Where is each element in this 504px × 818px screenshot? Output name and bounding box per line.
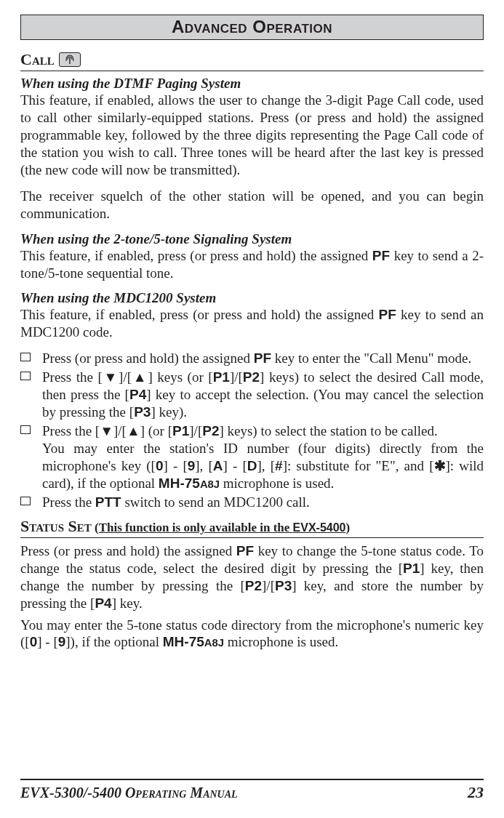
divider [20, 537, 484, 538]
text: ]/[ [262, 578, 275, 593]
model-range: EVX-5300/-5400 [20, 785, 125, 801]
up-arrow-icon: ▲ [132, 369, 148, 385]
p2-key-label: P2 [243, 369, 260, 385]
text: ] - [ [163, 458, 187, 473]
text: ]/[ [119, 369, 132, 385]
text: microphone is used. [224, 634, 338, 649]
text: ] keys) to select the station to be call… [219, 423, 437, 438]
key-9: 9 [188, 458, 196, 473]
mh-75-label: MH-75A8J [159, 476, 220, 491]
text: Press the [ [42, 423, 100, 438]
p1-key-label: P1 [403, 561, 420, 576]
p1-key-label: P1 [213, 369, 230, 385]
pf-key-label: PF [379, 307, 396, 322]
status-paragraph-2: You may enter the 5-tone status code dir… [20, 617, 484, 651]
section-banner: Advanced Operation [20, 15, 484, 40]
call-heading: Call [20, 50, 484, 69]
text: ]/[ [189, 423, 202, 438]
up-arrow-icon: ▲ [127, 423, 140, 438]
call-label: Call [20, 50, 55, 69]
tone-paragraph: This feature, if enabled, press (or pres… [20, 247, 484, 282]
text: ] key. [112, 596, 143, 611]
page: Advanced Operation Call When using the D… [0, 0, 504, 818]
dtmf-paragraph-2: The receiver squelch of the other statio… [20, 188, 484, 222]
checkbox-icon [20, 353, 31, 361]
text: key to enter the "Call Menu" mode. [271, 350, 471, 366]
text: This function is only available in the [99, 521, 293, 534]
status-title: Status Set [20, 517, 92, 535]
p2-key-label: P2 [202, 423, 219, 438]
model-label: EVX-5400 [293, 521, 346, 534]
text: This feature, if enabled, press (or pres… [20, 307, 379, 322]
pf-key-label: PF [236, 543, 254, 558]
key-9: 9 [58, 634, 66, 649]
manual-label: Operating Manual [125, 785, 238, 801]
text: ]), if the optional [65, 634, 163, 649]
text: This feature, if enabled, press (or pres… [20, 248, 372, 263]
checkbox-icon [20, 497, 31, 505]
p1-key-label: P1 [172, 423, 189, 438]
antenna-icon [59, 52, 81, 67]
key-0: 0 [30, 634, 38, 649]
page-footer: EVX-5300/-5400 Operating Manual 23 [20, 779, 484, 802]
text: ( [92, 521, 99, 534]
list-item: Press the [▼]/[▲] (or [P1]/[P2] keys) to… [20, 422, 484, 492]
down-arrow-icon: ▼ [100, 423, 113, 438]
p3-key-label: P3 [275, 578, 292, 593]
text: ] - [ [223, 458, 247, 473]
text: ]: substitute for "E", and [ [283, 458, 434, 473]
text: Press (or press and hold) the assigned [42, 350, 254, 366]
text: Press the [ [42, 369, 103, 385]
status-paragraph-1: Press (or press and hold) the assigned P… [20, 542, 484, 612]
key-0: 0 [156, 458, 164, 473]
text: ], [ [257, 458, 276, 473]
text: ] - [ [37, 634, 57, 649]
p4-key-label: P4 [95, 596, 111, 611]
key-star: ✱ [434, 458, 446, 473]
text: ) [346, 521, 351, 534]
text: ] (or [ [140, 423, 172, 438]
manual-title: EVX-5300/-5400 Operating Manual [20, 785, 238, 801]
dtmf-heading: When using the DTMF Paging System [20, 76, 484, 92]
pf-key-label: PF [254, 350, 271, 366]
mh-75-label: MH-75A8J [163, 634, 224, 649]
page-number: 23 [468, 783, 484, 802]
list-item: Press the PTT switch to send an MDC1200 … [20, 494, 484, 511]
status-heading: Status Set (This function is only availa… [20, 517, 484, 536]
key-hash: # [275, 458, 283, 473]
text: ]/[ [230, 369, 243, 385]
p3-key-label: P3 [134, 404, 151, 420]
key-a: A [213, 458, 223, 473]
footer-rule [20, 779, 484, 780]
text: ] keys (or [ [148, 369, 212, 385]
p4-key-label: P4 [129, 387, 146, 402]
down-arrow-icon: ▼ [103, 369, 119, 385]
text: switch to send an MDC1200 call. [121, 494, 310, 510]
checkbox-icon [20, 425, 31, 434]
divider [20, 71, 484, 71]
text: Press the [42, 494, 95, 510]
p2-key-label: P2 [245, 578, 262, 593]
text: ], [ [195, 458, 213, 473]
key-d: D [247, 458, 257, 473]
text: ] key). [151, 404, 187, 420]
mdc-heading: When using the MDC1200 System [20, 290, 484, 306]
dtmf-paragraph-1: This feature, if enabled, allows the use… [20, 92, 484, 179]
ptt-key-label: PTT [95, 494, 121, 510]
text: ]/[ [113, 423, 127, 438]
text: microphone is used. [220, 476, 334, 491]
list-item: Press the [▼]/[▲] keys (or [P1]/[P2] key… [20, 369, 484, 421]
procedure-list: Press (or press and hold) the assigned P… [20, 350, 484, 510]
text: Press (or press and hold) the assigned [20, 543, 236, 558]
list-item: Press (or press and hold) the assigned P… [20, 350, 484, 367]
checkbox-icon [20, 372, 31, 380]
tone-heading: When using the 2-tone/5-tone Signaling S… [20, 231, 484, 247]
pf-key-label: PF [372, 248, 390, 263]
mdc-paragraph: This feature, if enabled, press (or pres… [20, 306, 484, 341]
